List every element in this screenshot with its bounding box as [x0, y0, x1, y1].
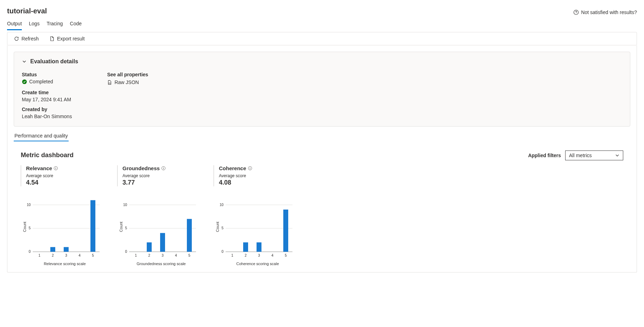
created-by-value: Leah Bar-On Simmons	[22, 114, 72, 119]
dashboard-title: Metric dashboard	[21, 152, 74, 159]
svg-text:4: 4	[175, 254, 177, 257]
page-title: tutorial-eval	[7, 7, 47, 15]
chart-wrap: Count051012345	[214, 193, 302, 260]
feedback-link[interactable]: Not satisfied with results?	[573, 9, 637, 15]
chart-xlabel: Relevance scoring scale	[21, 262, 109, 266]
filters-select[interactable]: All metrics	[565, 150, 623, 160]
help-circle-icon	[573, 9, 579, 15]
svg-text:1: 1	[135, 254, 137, 257]
chart-wrap: Count051012345	[21, 193, 109, 260]
export-label: Export result	[57, 36, 85, 41]
metric-subtitle: Average score	[122, 173, 205, 178]
svg-text:2: 2	[52, 254, 54, 257]
export-icon	[49, 36, 55, 41]
bar	[257, 242, 261, 252]
metric-card: CoherenceAverage score4.08Count051012345…	[214, 165, 302, 266]
tab-tracing[interactable]: Tracing	[46, 19, 63, 30]
create-time-label: Create time	[22, 90, 72, 95]
metric-title-text: Groundedness	[122, 165, 160, 171]
svg-point-32	[250, 167, 250, 167]
chevron-down-icon	[22, 59, 27, 64]
info-icon[interactable]	[53, 166, 58, 171]
metric-subtitle: Average score	[26, 173, 109, 178]
svg-text:5: 5	[221, 226, 223, 230]
svg-text:5: 5	[188, 254, 190, 257]
metric-grid: RelevanceAverage score4.54Count051012345…	[14, 160, 630, 266]
svg-point-4	[56, 167, 56, 167]
svg-text:5: 5	[92, 254, 94, 257]
bar	[90, 200, 95, 252]
bar	[147, 242, 152, 252]
svg-text:2: 2	[245, 254, 247, 257]
metric-score: 4.08	[219, 179, 302, 186]
info-icon[interactable]	[161, 166, 166, 171]
status-label: Status	[22, 72, 72, 77]
filters-label: Applied filters	[528, 153, 561, 158]
metric-chart: 051012345	[21, 193, 102, 260]
metric-card: GroundednessAverage score3.77Count051012…	[117, 165, 205, 266]
feedback-text: Not satisfied with results?	[581, 9, 637, 15]
refresh-label: Refresh	[21, 36, 39, 41]
svg-text:0: 0	[221, 250, 223, 254]
export-button[interactable]: Export result	[47, 34, 87, 43]
details-card: Evaluation details Status Completed Crea…	[14, 52, 630, 127]
primary-tabs: Output Logs Tracing Code	[7, 19, 637, 31]
svg-text:3: 3	[65, 254, 67, 257]
details-toggle[interactable]: Evaluation details	[22, 58, 622, 65]
svg-text:3: 3	[162, 254, 164, 257]
metric-score: 4.54	[26, 179, 109, 186]
create-time-value: May 17, 2024 9:41 AM	[22, 97, 72, 102]
tab-code[interactable]: Code	[70, 19, 82, 30]
page-root: tutorial-eval Not satisfied with results…	[0, 0, 644, 272]
raw-json-label: Raw JSON	[114, 79, 139, 85]
title-row: tutorial-eval Not satisfied with results…	[7, 6, 637, 19]
svg-text:0: 0	[29, 250, 31, 254]
bar	[187, 219, 192, 251]
raw-json-link[interactable]: Raw JSON	[107, 79, 139, 85]
tab-performance-quality[interactable]: Performance and quality	[14, 132, 69, 141]
metric-title: Coherence	[219, 165, 252, 171]
chevron-down-icon	[615, 153, 619, 158]
chart-xlabel: Groundedness scoring scale	[117, 262, 205, 266]
details-col-1: Status Completed Create time May 17, 202…	[22, 70, 72, 119]
metric-score: 3.77	[122, 179, 205, 186]
svg-text:3: 3	[258, 254, 260, 257]
content-panel: Evaluation details Status Completed Crea…	[7, 45, 637, 272]
svg-text:1: 1	[38, 254, 40, 257]
svg-text:4: 4	[78, 254, 81, 257]
json-file-icon	[107, 80, 112, 85]
status-value: Completed	[29, 79, 53, 84]
see-all-label: See all properties	[107, 72, 148, 77]
metric-title-text: Coherence	[219, 165, 246, 171]
svg-text:5: 5	[285, 254, 287, 257]
filters-value: All metrics	[569, 153, 592, 158]
svg-point-1	[576, 13, 576, 13]
tab-output[interactable]: Output	[7, 19, 22, 30]
svg-text:0: 0	[125, 250, 127, 254]
chart-ylabel: Count	[215, 222, 220, 232]
svg-text:2: 2	[148, 254, 150, 257]
svg-text:1: 1	[231, 254, 233, 257]
chart-xlabel: Coherence scoring scale	[214, 262, 302, 266]
chart-ylabel: Count	[119, 222, 123, 232]
bar	[243, 242, 248, 252]
tab-logs[interactable]: Logs	[29, 19, 39, 30]
metric-chart: 051012345	[117, 193, 198, 260]
success-check-icon	[22, 79, 27, 84]
metric-header: RelevanceAverage score4.54	[21, 165, 109, 186]
refresh-button[interactable]: Refresh	[12, 34, 41, 43]
details-body: Status Completed Create time May 17, 202…	[22, 70, 622, 119]
created-by-label: Created by	[22, 107, 72, 112]
metric-chart: 051012345	[214, 193, 295, 260]
details-title: Evaluation details	[30, 58, 78, 65]
chart-wrap: Count051012345	[117, 193, 205, 260]
svg-rect-33	[250, 168, 250, 169]
subtab-row: Performance and quality	[14, 132, 630, 141]
metric-card: RelevanceAverage score4.54Count051012345…	[21, 165, 109, 266]
dashboard-header: Metric dashboard Applied filters All met…	[14, 150, 630, 160]
info-icon[interactable]	[248, 166, 252, 171]
svg-text:5: 5	[125, 226, 127, 230]
chart-ylabel: Count	[23, 222, 27, 232]
toolbar: Refresh Export result	[7, 32, 637, 45]
bar	[50, 247, 55, 251]
